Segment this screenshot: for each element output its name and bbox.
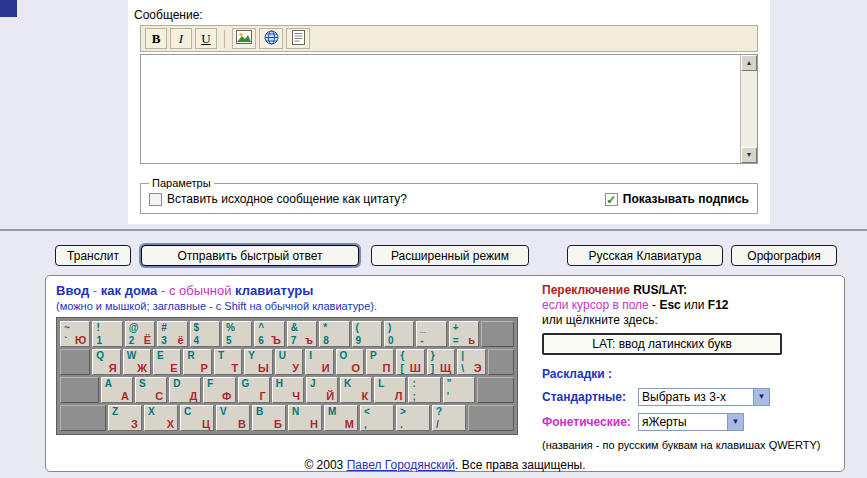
- modifier-key[interactable]: [60, 377, 99, 403]
- key-cyrillic-label: Ш: [410, 362, 421, 374]
- key-М[interactable]: MМ: [324, 405, 358, 431]
- key-И[interactable]: IИ: [305, 349, 333, 375]
- chevron-down-icon[interactable]: ▼: [753, 389, 769, 405]
- key-Х[interactable]: XХ: [144, 405, 178, 431]
- key-З[interactable]: ZЗ: [108, 405, 142, 431]
- key-Р[interactable]: RР: [183, 349, 211, 375]
- key-Я[interactable]: QЯ: [92, 349, 120, 375]
- keyboard-row: AАSСDДFФGГHЧJЙKКLЛ:;"': [59, 376, 515, 404]
- scroll-up-icon[interactable]: ▲: [741, 55, 757, 71]
- lat-toggle-button[interactable]: LAT: ввод латинских букв: [542, 333, 782, 355]
- params-row: Вставить исходное сообщение как цитату? …: [149, 192, 749, 206]
- key-9[interactable]: (9: [352, 321, 382, 347]
- spelling-button[interactable]: Орфография: [731, 245, 837, 266]
- modifier-key[interactable]: [488, 349, 514, 375]
- key-0[interactable]: )0: [384, 321, 414, 347]
- key-Д[interactable]: DД: [169, 377, 201, 403]
- message-form: Сообщение: B I U: [128, 0, 770, 224]
- key-/[interactable]: ?/: [432, 405, 466, 431]
- key-У[interactable]: UУ: [275, 349, 303, 375]
- corner-decoration: [0, 0, 17, 17]
- key-Э[interactable]: |\Э: [457, 349, 485, 375]
- scrollbar-track[interactable]: [741, 71, 757, 147]
- phonetic-layout-value: яЖерты: [639, 414, 727, 430]
- scroll-down-icon[interactable]: ▼: [741, 147, 757, 163]
- key-latin-label: R: [187, 350, 194, 361]
- key-.[interactable]: >.: [396, 405, 430, 431]
- key-П[interactable]: PП: [366, 349, 394, 375]
- insert-image-button[interactable]: [232, 28, 256, 49]
- key-cyrillic-label: И: [322, 362, 330, 374]
- message-label: Сообщение:: [128, 6, 770, 25]
- key--[interactable]: _-: [416, 321, 446, 347]
- key-Г[interactable]: GГ: [238, 377, 270, 403]
- key-;[interactable]: :;: [408, 377, 440, 403]
- modifier-key[interactable]: [468, 405, 514, 431]
- italic-button[interactable]: I: [170, 28, 192, 49]
- underline-button[interactable]: U: [195, 28, 217, 49]
- key-Ж[interactable]: WЖ: [123, 349, 151, 375]
- author-link[interactable]: Павел Городянский: [347, 458, 455, 472]
- textarea-scrollbar[interactable]: ▲ ▼: [740, 55, 757, 163]
- key-latin-label: 6: [258, 335, 264, 346]
- send-quick-reply-button[interactable]: Отправить быстрый ответ: [141, 245, 359, 266]
- key-latin-label: C: [184, 406, 191, 417]
- signature-checkbox[interactable]: ✓: [605, 193, 618, 206]
- modifier-key[interactable]: [60, 405, 106, 431]
- key-latin-label: 2: [129, 335, 135, 346]
- key-Ъ[interactable]: ^6Ъ: [254, 321, 284, 347]
- key-Е[interactable]: EЕ: [153, 349, 181, 375]
- extended-mode-button[interactable]: Расширенный режим: [371, 245, 529, 266]
- key-Н[interactable]: NН: [288, 405, 322, 431]
- key-ъ[interactable]: &7ъ: [287, 321, 317, 347]
- keyboard-row: ZЗXХCЦVВBБNНMМ<,>.?/: [59, 404, 515, 432]
- chevron-down-icon[interactable]: ▼: [727, 414, 743, 430]
- key-Й[interactable]: JЙ: [306, 377, 338, 403]
- key-ё[interactable]: #3ё: [157, 321, 187, 347]
- phonetic-layout-select[interactable]: яЖерты ▼: [638, 413, 744, 431]
- key-Л[interactable]: LЛ: [374, 377, 406, 403]
- key-Ц[interactable]: CЦ: [180, 405, 214, 431]
- key-latin-label: U: [279, 350, 286, 361]
- modifier-key[interactable]: [60, 349, 90, 375]
- key-latin-label: |: [461, 350, 464, 361]
- text-segment: если курсор в поле: [542, 298, 649, 312]
- key-1[interactable]: !1: [92, 321, 122, 347]
- key-Т[interactable]: TТ: [214, 349, 242, 375]
- quote-checkbox[interactable]: [149, 193, 162, 206]
- key-Ф[interactable]: FФ: [203, 377, 235, 403]
- phonetic-layout-row: Фонетические: яЖерты ▼: [542, 413, 834, 431]
- key-Ч[interactable]: HЧ: [272, 377, 304, 403]
- key-Щ[interactable]: }]Щ: [427, 349, 455, 375]
- key-С[interactable]: SС: [135, 377, 167, 403]
- translit-button[interactable]: Транслит: [55, 245, 131, 266]
- message-textarea[interactable]: [141, 55, 740, 163]
- key-А[interactable]: AА: [101, 377, 133, 403]
- russian-keyboard-button[interactable]: Русская Клавиатура: [567, 245, 723, 266]
- key-К[interactable]: KК: [340, 377, 372, 403]
- insert-quote-button[interactable]: [286, 28, 310, 49]
- key-cyrillic-label: Э: [474, 362, 482, 374]
- key-ь[interactable]: +=ь: [449, 321, 479, 347]
- standard-layout-select[interactable]: Выбрать из 3-х ▼: [638, 388, 770, 406]
- key-Б[interactable]: BБ: [252, 405, 286, 431]
- key-Ё[interactable]: @2Ё: [125, 321, 155, 347]
- key-Ы[interactable]: YЫ: [244, 349, 272, 375]
- bold-button[interactable]: B: [145, 28, 167, 49]
- key-Ш[interactable]: {[Ш: [396, 349, 424, 375]
- key-'[interactable]: "': [443, 377, 475, 403]
- quote-checkbox-row[interactable]: Вставить исходное сообщение как цитату?: [149, 192, 407, 206]
- modifier-key[interactable]: [477, 377, 514, 403]
- key-latin-label: I: [309, 350, 312, 361]
- key-В[interactable]: VВ: [216, 405, 250, 431]
- modifier-key[interactable]: [481, 321, 514, 347]
- key-8[interactable]: *8: [319, 321, 349, 347]
- key-Ю[interactable]: ~`Ю: [60, 321, 90, 347]
- key-О[interactable]: OО: [336, 349, 364, 375]
- signature-checkbox-row[interactable]: ✓ Показывать подпись: [605, 192, 749, 206]
- key-latin-label: 4: [194, 335, 200, 346]
- key-4[interactable]: $4: [190, 321, 220, 347]
- key-,[interactable]: <,: [360, 405, 394, 431]
- key-5[interactable]: %5: [222, 321, 252, 347]
- insert-link-button[interactable]: [259, 28, 283, 49]
